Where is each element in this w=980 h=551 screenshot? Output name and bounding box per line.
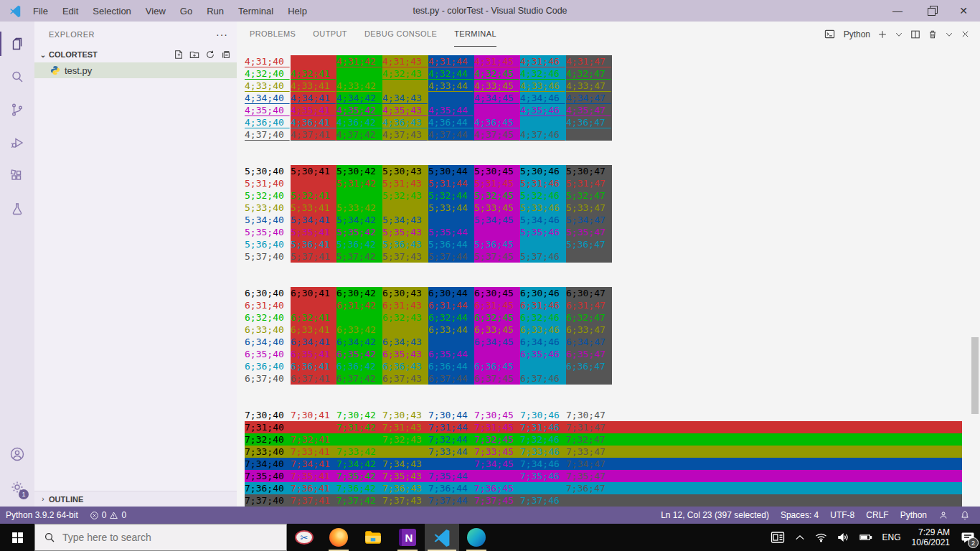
terminal-cell: 5;35;47 <box>566 226 612 238</box>
minimize-button[interactable]: — <box>881 0 914 22</box>
terminal-cell: 4;32;44 <box>428 67 474 80</box>
wifi-button[interactable] <box>810 524 832 551</box>
activity-search[interactable] <box>0 60 34 93</box>
terminal-row: 6;36;40 6;36;41 6;36;42 6;36;43 6;36;44 … <box>245 360 980 372</box>
menu-terminal[interactable]: Terminal <box>231 6 281 17</box>
terminal-cell: 5;34;46 <box>520 214 566 226</box>
menu-edit[interactable]: Edit <box>55 6 85 17</box>
terminal-scrollbar-thumb[interactable] <box>971 337 979 414</box>
indentation-status[interactable]: Spaces: 4 <box>775 507 824 524</box>
search-input[interactable] <box>62 532 263 543</box>
outline-section[interactable]: › OUTLINE <box>34 491 237 507</box>
kill-terminal-icon[interactable] <box>928 29 938 39</box>
terminal-cell: 7;36;44 <box>428 482 474 494</box>
notification-center-button[interactable]: 2 <box>956 524 980 551</box>
refresh-icon[interactable] <box>205 50 215 60</box>
taskbar-app-file-explorer[interactable] <box>356 524 390 551</box>
terminal-output[interactable]: 4;31;40 4;31;41 4;31;42 4;31;43 4;31;44 … <box>237 47 980 507</box>
terminal-cell: 5;36;42 <box>336 238 382 250</box>
terminal-row: 6;34;40 6;34;41 6;34;42 6;34;43 6;34;44 … <box>245 336 980 348</box>
feedback-button[interactable] <box>933 507 954 524</box>
close-panel-icon[interactable] <box>961 29 970 39</box>
close-button[interactable]: ✕ <box>947 0 980 22</box>
sidebar-title: EXPLORER <box>49 30 95 39</box>
file-item-testpy[interactable]: test.py <box>34 62 237 78</box>
terminal-cell: 6;31;41 <box>291 299 336 311</box>
taskbar-app-onenote[interactable]: N <box>390 524 425 551</box>
new-file-icon[interactable] <box>174 50 184 60</box>
shell-label[interactable]: Python <box>844 29 870 39</box>
launch-profile-chevron-icon[interactable] <box>895 30 903 39</box>
tab-terminal[interactable]: TERMINAL <box>454 22 496 47</box>
terminal-cell: 5;31;46 <box>520 177 566 189</box>
language-mode-status[interactable]: Python <box>895 507 933 524</box>
activity-run-debug[interactable] <box>0 126 34 159</box>
activity-explorer[interactable] <box>0 27 34 60</box>
menu-run[interactable]: Run <box>199 6 231 17</box>
taskbar-search-box[interactable] <box>34 524 287 551</box>
taskbar-app-edge[interactable] <box>459 524 494 551</box>
folder-section-colortest[interactable]: ⌄ COLORTEST <box>34 47 237 62</box>
taskbar-app-vscode[interactable] <box>425 524 459 551</box>
language-indicator[interactable]: ENG <box>877 524 906 551</box>
hide-panel-chevron-icon[interactable] <box>945 30 953 39</box>
cursor-position-status[interactable]: Ln 12, Col 23 (397 selected) <box>655 507 775 524</box>
terminal-cell: 6;30;44 <box>428 287 474 299</box>
python-interpreter-status[interactable]: Python 3.9.2 64-bit <box>0 507 84 524</box>
menu-view[interactable]: View <box>138 6 173 17</box>
activity-testing[interactable] <box>0 192 34 225</box>
language-label: Python <box>900 510 927 520</box>
tab-output[interactable]: OUTPUT <box>313 22 347 47</box>
terminal-cell: 5;32;46 <box>520 189 566 202</box>
terminal-cell: 7;33;41 <box>291 446 336 458</box>
news-interests-button[interactable] <box>765 524 790 551</box>
restore-button[interactable] <box>914 0 947 22</box>
window-controls: — ✕ <box>881 0 980 22</box>
start-button[interactable] <box>0 524 34 551</box>
terminal-cell: 4;31;40 <box>245 55 291 67</box>
taskbar-app-firefox[interactable] <box>321 524 356 551</box>
account-button[interactable] <box>0 438 34 471</box>
tab-problems[interactable]: PROBLEMS <box>250 22 296 47</box>
battery-button[interactable] <box>854 524 877 551</box>
clock[interactable]: 7:29 AM 10/6/2021 <box>906 524 956 551</box>
eol-status[interactable]: CRLF <box>860 507 894 524</box>
terminal-cell: 7;33;43 <box>382 446 428 458</box>
activity-extensions[interactable] <box>0 159 34 192</box>
encoding-status[interactable]: UTF-8 <box>824 507 860 524</box>
terminal-cell: 5;31;43 <box>382 177 428 189</box>
encoding-label: UTF-8 <box>830 510 854 520</box>
notifications-button[interactable] <box>954 507 976 524</box>
terminal-cell: 4;35;47 <box>566 104 612 116</box>
volume-button[interactable] <box>832 524 854 551</box>
split-terminal-icon[interactable] <box>910 29 920 39</box>
problems-status[interactable]: 0 0 <box>84 507 132 524</box>
terminal-cell: 7;31;40 <box>245 421 291 433</box>
terminal-cell: 5;36;45 <box>474 238 520 250</box>
terminal-cell: 5;35;46 <box>520 226 566 238</box>
activity-source-control[interactable] <box>0 93 34 126</box>
terminal-cell: 5;35;42 <box>336 226 382 238</box>
settings-button[interactable]: 1 <box>0 471 34 504</box>
terminal-row: 7;33;40 7;33;41 7;33;42 7;33;43 7;33;44 … <box>245 446 962 458</box>
menu-file[interactable]: File <box>26 6 55 17</box>
hidden-icons-button[interactable] <box>790 524 810 551</box>
new-folder-icon[interactable] <box>189 50 199 60</box>
terminal-cell: 7;35;43 <box>382 470 428 482</box>
terminal-cell: 6;37;41 <box>291 372 336 385</box>
terminal-cell: 5;35;40 <box>245 226 291 238</box>
terminal-cell: 6;32;41 <box>291 311 336 324</box>
onenote-icon: N <box>399 529 416 546</box>
terminal-cell: 5;34;43 <box>382 214 428 226</box>
sidebar-more-actions[interactable]: ··· <box>216 29 228 40</box>
menu-help[interactable]: Help <box>281 6 314 17</box>
collapse-all-icon[interactable] <box>221 50 231 60</box>
terminal-cell: 7;30;44 <box>428 409 474 421</box>
menu-go[interactable]: Go <box>173 6 199 17</box>
taskbar-app-snipping-tool[interactable]: ✂ <box>287 524 321 551</box>
chevron-right-icon: › <box>37 495 49 503</box>
tab-debug-console[interactable]: DEBUG CONSOLE <box>364 22 437 47</box>
terminal-row: 6;32;40 6;32;41 6;32;42 6;32;43 6;32;44 … <box>245 311 980 324</box>
new-terminal-icon[interactable] <box>877 29 887 39</box>
menu-selection[interactable]: Selection <box>85 6 138 17</box>
